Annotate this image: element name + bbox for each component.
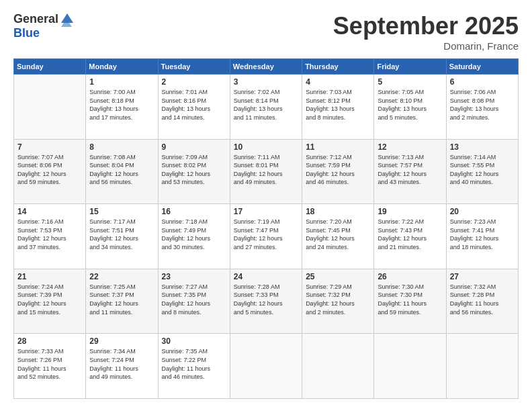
weekday-header-row: Sunday Monday Tuesday Wednesday Thursday… — [14, 59, 519, 75]
calendar-week-row: 14Sunrise: 7:16 AM Sunset: 7:53 PM Dayli… — [14, 204, 519, 269]
day-number: 14 — [17, 207, 82, 216]
table-cell — [302, 334, 374, 399]
header: General Blue September 2025 Domarin, Fra… — [13, 12, 519, 52]
day-number: 29 — [89, 336, 154, 346]
table-cell: 29Sunrise: 7:34 AM Sunset: 7:24 PM Dayli… — [86, 334, 158, 399]
day-number: 28 — [17, 336, 82, 346]
day-info: Sunrise: 7:12 AM Sunset: 7:59 PM Dayligh… — [306, 153, 370, 187]
svg-marker-0 — [61, 13, 73, 23]
day-number: 2 — [162, 77, 226, 87]
calendar-page: General Blue September 2025 Domarin, Fra… — [0, 0, 532, 411]
header-sunday: Sunday — [14, 59, 86, 75]
day-info: Sunrise: 7:19 AM Sunset: 7:47 PM Dayligh… — [234, 218, 298, 251]
day-info: Sunrise: 7:05 AM Sunset: 8:10 PM Dayligh… — [378, 88, 442, 122]
table-cell: 16Sunrise: 7:18 AM Sunset: 7:49 PM Dayli… — [158, 204, 230, 269]
header-thursday: Thursday — [302, 59, 374, 75]
day-info: Sunrise: 7:06 AM Sunset: 8:08 PM Dayligh… — [450, 88, 515, 122]
day-number: 8 — [89, 142, 154, 152]
logo: General Blue — [13, 12, 75, 40]
table-cell: 1Sunrise: 7:00 AM Sunset: 8:18 PM Daylig… — [86, 75, 158, 140]
header-wednesday: Wednesday — [230, 59, 302, 75]
day-number: 19 — [378, 207, 442, 216]
day-info: Sunrise: 7:23 AM Sunset: 7:41 PM Dayligh… — [450, 218, 515, 251]
table-cell: 19Sunrise: 7:22 AM Sunset: 7:43 PM Dayli… — [374, 204, 446, 269]
day-number: 13 — [450, 142, 515, 152]
day-info: Sunrise: 7:34 AM Sunset: 7:24 PM Dayligh… — [89, 347, 154, 381]
table-cell: 27Sunrise: 7:32 AM Sunset: 7:28 PM Dayli… — [446, 269, 518, 334]
day-info: Sunrise: 7:20 AM Sunset: 7:45 PM Dayligh… — [306, 218, 370, 251]
table-cell: 15Sunrise: 7:17 AM Sunset: 7:51 PM Dayli… — [86, 204, 158, 269]
logo-blue: Blue — [13, 27, 75, 40]
day-info: Sunrise: 7:14 AM Sunset: 7:55 PM Dayligh… — [450, 153, 515, 187]
day-number: 5 — [378, 77, 442, 87]
day-info: Sunrise: 7:28 AM Sunset: 7:33 PM Dayligh… — [234, 283, 298, 316]
day-info: Sunrise: 7:11 AM Sunset: 8:01 PM Dayligh… — [234, 153, 298, 187]
title-block: September 2025 Domarin, France — [333, 12, 519, 52]
table-cell: 18Sunrise: 7:20 AM Sunset: 7:45 PM Dayli… — [302, 204, 374, 269]
table-cell: 28Sunrise: 7:33 AM Sunset: 7:26 PM Dayli… — [14, 334, 86, 399]
table-cell: 4Sunrise: 7:03 AM Sunset: 8:12 PM Daylig… — [302, 75, 374, 140]
calendar-week-row: 7Sunrise: 7:07 AM Sunset: 8:06 PM Daylig… — [14, 139, 519, 204]
day-number: 10 — [234, 142, 298, 152]
day-info: Sunrise: 7:33 AM Sunset: 7:26 PM Dayligh… — [17, 347, 82, 381]
day-number: 25 — [306, 272, 370, 281]
day-info: Sunrise: 7:32 AM Sunset: 7:28 PM Dayligh… — [450, 283, 515, 316]
table-cell: 26Sunrise: 7:30 AM Sunset: 7:30 PM Dayli… — [374, 269, 446, 334]
table-cell: 13Sunrise: 7:14 AM Sunset: 7:55 PM Dayli… — [446, 139, 518, 204]
calendar-week-row: 1Sunrise: 7:00 AM Sunset: 8:18 PM Daylig… — [14, 75, 519, 140]
day-number: 27 — [450, 272, 515, 281]
table-cell: 5Sunrise: 7:05 AM Sunset: 8:10 PM Daylig… — [374, 75, 446, 140]
day-info: Sunrise: 7:22 AM Sunset: 7:43 PM Dayligh… — [378, 218, 442, 251]
day-info: Sunrise: 7:16 AM Sunset: 7:53 PM Dayligh… — [17, 218, 82, 251]
table-cell: 10Sunrise: 7:11 AM Sunset: 8:01 PM Dayli… — [230, 139, 302, 204]
header-tuesday: Tuesday — [158, 59, 230, 75]
location: Domarin, France — [333, 40, 519, 52]
logo-icon — [60, 12, 75, 27]
header-monday: Monday — [86, 59, 158, 75]
day-info: Sunrise: 7:35 AM Sunset: 7:22 PM Dayligh… — [162, 347, 226, 381]
day-number: 9 — [162, 142, 226, 152]
table-cell — [230, 334, 302, 399]
day-number: 4 — [306, 77, 370, 87]
logo-text: General Blue — [13, 12, 75, 40]
day-number: 16 — [162, 207, 226, 216]
day-number: 15 — [89, 207, 154, 216]
day-info: Sunrise: 7:09 AM Sunset: 8:02 PM Dayligh… — [162, 153, 226, 187]
table-cell: 7Sunrise: 7:07 AM Sunset: 8:06 PM Daylig… — [14, 139, 86, 204]
table-cell: 2Sunrise: 7:01 AM Sunset: 8:16 PM Daylig… — [158, 75, 230, 140]
table-cell: 3Sunrise: 7:02 AM Sunset: 8:14 PM Daylig… — [230, 75, 302, 140]
calendar-table: Sunday Monday Tuesday Wednesday Thursday… — [13, 58, 519, 399]
day-number: 20 — [450, 207, 515, 216]
table-cell — [446, 334, 518, 399]
logo-general: General — [13, 13, 58, 26]
month-title: September 2025 — [333, 12, 519, 40]
table-cell: 17Sunrise: 7:19 AM Sunset: 7:47 PM Dayli… — [230, 204, 302, 269]
day-info: Sunrise: 7:29 AM Sunset: 7:32 PM Dayligh… — [306, 283, 370, 316]
day-info: Sunrise: 7:30 AM Sunset: 7:30 PM Dayligh… — [378, 283, 442, 316]
day-number: 11 — [306, 142, 370, 152]
calendar-week-row: 28Sunrise: 7:33 AM Sunset: 7:26 PM Dayli… — [14, 334, 519, 399]
day-info: Sunrise: 7:01 AM Sunset: 8:16 PM Dayligh… — [162, 88, 226, 122]
day-info: Sunrise: 7:18 AM Sunset: 7:49 PM Dayligh… — [162, 218, 226, 251]
day-info: Sunrise: 7:02 AM Sunset: 8:14 PM Dayligh… — [234, 88, 298, 122]
day-number: 23 — [162, 272, 226, 281]
table-cell: 23Sunrise: 7:27 AM Sunset: 7:35 PM Dayli… — [158, 269, 230, 334]
day-info: Sunrise: 7:07 AM Sunset: 8:06 PM Dayligh… — [17, 153, 82, 187]
day-number: 6 — [450, 77, 515, 87]
table-cell: 24Sunrise: 7:28 AM Sunset: 7:33 PM Dayli… — [230, 269, 302, 334]
day-number: 22 — [89, 272, 154, 281]
table-cell: 30Sunrise: 7:35 AM Sunset: 7:22 PM Dayli… — [158, 334, 230, 399]
day-number: 1 — [89, 77, 154, 87]
day-number: 30 — [162, 336, 226, 346]
day-info: Sunrise: 7:13 AM Sunset: 7:57 PM Dayligh… — [378, 153, 442, 187]
day-number: 7 — [17, 142, 82, 152]
day-info: Sunrise: 7:27 AM Sunset: 7:35 PM Dayligh… — [162, 283, 226, 316]
table-cell: 21Sunrise: 7:24 AM Sunset: 7:39 PM Dayli… — [14, 269, 86, 334]
calendar-week-row: 21Sunrise: 7:24 AM Sunset: 7:39 PM Dayli… — [14, 269, 519, 334]
day-number: 26 — [378, 272, 442, 281]
header-friday: Friday — [374, 59, 446, 75]
table-cell: 22Sunrise: 7:25 AM Sunset: 7:37 PM Dayli… — [86, 269, 158, 334]
table-cell: 9Sunrise: 7:09 AM Sunset: 8:02 PM Daylig… — [158, 139, 230, 204]
table-cell — [14, 75, 86, 140]
day-info: Sunrise: 7:00 AM Sunset: 8:18 PM Dayligh… — [89, 88, 154, 122]
